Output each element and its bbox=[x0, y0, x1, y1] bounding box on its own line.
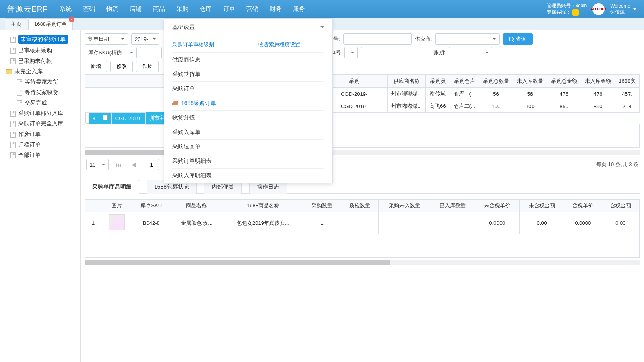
menu-logistics[interactable]: 物流 bbox=[106, 5, 118, 13]
welcome-label: Welcome bbox=[610, 3, 630, 9]
pager-prev[interactable]: ◀ bbox=[129, 161, 139, 168]
tree-not-fully-inbound[interactable]: −未完全入库 bbox=[2, 66, 78, 77]
sku-input[interactable] bbox=[140, 47, 162, 58]
sku-type-select[interactable]: 库存SKU(精确 bbox=[85, 47, 137, 58]
dd-1688-purchase-order[interactable]: 1688采购订单 bbox=[172, 96, 324, 111]
close-icon[interactable]: × bbox=[69, 17, 74, 22]
tree-unaudited-po[interactable]: 未审核的采购订单 bbox=[2, 33, 78, 45]
tree-audited-unpurchased[interactable]: 已审核未采购 bbox=[2, 45, 78, 56]
menu-purchase[interactable]: 采购 bbox=[176, 5, 188, 13]
document-icon bbox=[10, 37, 16, 43]
product-thumbnail[interactable] bbox=[109, 214, 125, 230]
dcol-1688name[interactable]: 1688商品名称 bbox=[223, 200, 303, 212]
tree-void-order[interactable]: 作废订单 bbox=[2, 129, 78, 140]
dd-po-detail-report[interactable]: 采购订单明细表 bbox=[172, 154, 324, 169]
top-right: 管理员账号：xcbin 专属客服： ALLROOT Welcome 谢传斌 bbox=[547, 2, 637, 16]
dtab-items[interactable]: 采购单商品明细 bbox=[85, 180, 139, 194]
dd-receive-sort[interactable]: 收货分拣 bbox=[172, 111, 324, 125]
dd-urgency-setting[interactable]: 收货紧急程度设置 bbox=[258, 41, 300, 48]
dcol-qty[interactable]: 采购数量 bbox=[303, 200, 341, 212]
menu-basic[interactable]: 基础 bbox=[83, 5, 95, 13]
col-warehouse[interactable]: 采购仓库 bbox=[450, 75, 479, 88]
tree-archived-order[interactable]: 归档订单 bbox=[2, 140, 78, 150]
search-icon bbox=[509, 37, 514, 41]
welcome-block[interactable]: Welcome 谢传斌 bbox=[610, 3, 637, 15]
leaf-icon bbox=[172, 101, 178, 105]
menu-shop[interactable]: 店铺 bbox=[130, 5, 142, 13]
dd-inbound-order[interactable]: 采购入库单 bbox=[172, 125, 324, 140]
dd-basic-settings[interactable]: 基础设置 bbox=[172, 19, 324, 36]
dcol-qcqty[interactable]: 质检数量 bbox=[341, 200, 378, 212]
tree-partial-inbound[interactable]: 采购订单部分入库 bbox=[2, 108, 78, 119]
tree-wait-buyer-receive[interactable]: 等待买家收货 bbox=[2, 87, 78, 98]
add-button[interactable]: 新增 bbox=[85, 61, 107, 72]
query-button[interactable]: 查询 bbox=[503, 33, 533, 45]
dd-supplier-info[interactable]: 供应商信息 bbox=[172, 53, 324, 67]
detail-hscroll[interactable] bbox=[85, 260, 640, 265]
top-navbar: 普源云ERP 系统 基础 物流 店铺 商品 采购 仓库 订单 营销 财务 服务 … bbox=[0, 0, 644, 18]
dcol-sku[interactable]: 库存SKU bbox=[132, 200, 170, 212]
dcol-notin[interactable]: 采购未入数量 bbox=[378, 200, 430, 212]
page-size-select[interactable]: 10 bbox=[86, 159, 109, 170]
dcol-amt[interactable]: 未含税金额 bbox=[520, 200, 564, 212]
col-unamt[interactable]: 未入库金额 bbox=[581, 75, 615, 88]
dd-audit-level[interactable]: 采购订单审核级别 bbox=[172, 41, 214, 48]
dd-inbound-detail-report[interactable]: 采购入库明细表 bbox=[172, 169, 324, 183]
collapse-icon[interactable]: − bbox=[2, 69, 6, 73]
logistics-type-select[interactable] bbox=[344, 47, 358, 58]
document-icon bbox=[10, 142, 16, 148]
col-unqty[interactable]: 未入库数量 bbox=[513, 75, 547, 88]
col-qty[interactable]: 采购总数量 bbox=[479, 75, 513, 88]
chevron-down-icon bbox=[633, 8, 637, 12]
pager-info: 每页 10 条,共 3 条 bbox=[596, 161, 638, 168]
row-checkbox[interactable] bbox=[103, 115, 108, 120]
col-amt[interactable]: 采购总金额 bbox=[547, 75, 581, 88]
pager-current[interactable] bbox=[144, 159, 159, 170]
tree-full-inbound[interactable]: 采购订单完全入库 bbox=[2, 119, 78, 129]
dcol-tprice[interactable]: 含税单价 bbox=[564, 200, 602, 212]
document-icon bbox=[10, 132, 16, 138]
menu-order[interactable]: 订单 bbox=[223, 5, 235, 13]
menu-product[interactable]: 商品 bbox=[153, 5, 165, 13]
document-icon bbox=[17, 90, 22, 96]
dcol-price[interactable]: 未含税单价 bbox=[475, 200, 520, 212]
supplier-select[interactable] bbox=[435, 33, 500, 45]
col-1688real[interactable]: 1688实 bbox=[615, 75, 640, 88]
dcol-in[interactable]: 已入库数量 bbox=[430, 200, 475, 212]
dd-purchase-order[interactable]: 采购订单 bbox=[172, 82, 324, 96]
tab-1688-po[interactable]: 1688采购订单 × bbox=[28, 18, 73, 30]
menu-warehouse[interactable]: 仓库 bbox=[200, 5, 212, 13]
tab-home[interactable]: 主页 bbox=[5, 18, 27, 30]
menu-system[interactable]: 系统 bbox=[60, 5, 72, 13]
qq-icon[interactable] bbox=[572, 9, 579, 16]
col-supplier[interactable]: 供应商名称 bbox=[387, 75, 426, 88]
tree-trade-done[interactable]: 交易完成 bbox=[2, 98, 78, 108]
period-select[interactable] bbox=[449, 47, 492, 58]
po-number-input[interactable] bbox=[343, 33, 412, 45]
folder-icon bbox=[6, 69, 12, 74]
dcol-image[interactable]: 图片 bbox=[101, 200, 132, 212]
edit-button[interactable]: 修改 bbox=[110, 61, 133, 72]
pager-first[interactable]: ⏮ bbox=[114, 161, 124, 168]
tree-all-orders[interactable]: 全部订单 bbox=[2, 150, 78, 160]
tree-purchased-unpaid[interactable]: 已采购未付款 bbox=[2, 56, 78, 66]
period-label: 账期: bbox=[433, 49, 446, 56]
menu-service[interactable]: 服务 bbox=[293, 5, 305, 13]
document-icon bbox=[10, 111, 16, 117]
date-type-select[interactable]: 制单日期 bbox=[85, 33, 128, 45]
dd-return-order[interactable]: 采购退回单 bbox=[172, 140, 324, 154]
document-icon bbox=[10, 48, 16, 54]
logistics-input[interactable] bbox=[361, 47, 421, 58]
menu-finance[interactable]: 财务 bbox=[270, 5, 282, 13]
support-label: 专属客服： bbox=[547, 9, 571, 15]
dd-shortage-order[interactable]: 采购缺货单 bbox=[172, 67, 324, 82]
detail-row[interactable]: 1 B042-8 金属颜色:玫... 包包女2019年真皮女... 1 0.00… bbox=[85, 212, 640, 234]
date-value-input[interactable]: 2019- bbox=[131, 33, 159, 45]
tree-wait-seller-ship[interactable]: 等待卖家发货 bbox=[2, 77, 78, 87]
sidebar: 未审核的采购订单 已审核未采购 已采购未付款 −未完全入库 等待卖家发货 等待买… bbox=[0, 30, 80, 362]
dcol-name[interactable]: 商品名称 bbox=[170, 200, 223, 212]
col-buyer[interactable]: 采购员 bbox=[426, 75, 450, 88]
menu-marketing[interactable]: 营销 bbox=[246, 5, 258, 13]
dcol-tamt[interactable]: 含税金额 bbox=[602, 200, 639, 212]
void-button[interactable]: 作废 bbox=[136, 61, 159, 72]
